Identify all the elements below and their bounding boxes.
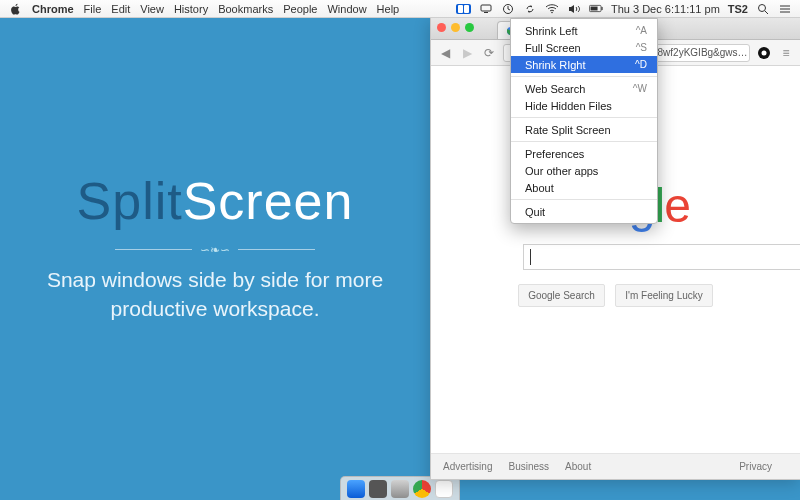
menu-preferences[interactable]: Preferences	[511, 145, 657, 162]
notification-center-icon[interactable]	[778, 2, 792, 16]
menu-view[interactable]: View	[140, 3, 164, 15]
menubar-user[interactable]: TS2	[728, 3, 748, 15]
promo-tagline: Snap windows side by side for more produ…	[45, 265, 385, 324]
minimize-button[interactable]	[451, 23, 460, 32]
footer-privacy[interactable]: Privacy	[739, 461, 772, 472]
menu-window[interactable]: Window	[327, 3, 366, 15]
battery-icon[interactable]	[589, 2, 603, 16]
forward-button[interactable]: ▶	[459, 45, 475, 61]
back-button[interactable]: ◀	[437, 45, 453, 61]
menu-file[interactable]: File	[84, 3, 102, 15]
menu-shrink-right[interactable]: Shrink RIght^D	[511, 56, 657, 73]
reload-button[interactable]: ⟳	[481, 45, 497, 61]
menu-help[interactable]: Help	[377, 3, 400, 15]
menu-about[interactable]: About	[511, 179, 657, 196]
promo-title-b: Screen	[183, 172, 354, 230]
svg-rect-1	[484, 12, 488, 13]
svg-rect-0	[481, 5, 491, 11]
menu-quit[interactable]: Quit	[511, 203, 657, 220]
macos-menubar: Chrome File Edit View History Bookmarks …	[0, 0, 800, 18]
dock-chrome-icon[interactable]	[413, 480, 431, 498]
spotlight-icon[interactable]	[756, 2, 770, 16]
menu-bookmarks[interactable]: Bookmarks	[218, 3, 273, 15]
dock-app-icon[interactable]	[391, 480, 409, 498]
svg-point-3	[551, 11, 553, 13]
footer-advertising[interactable]: Advertising	[443, 461, 492, 472]
footer-business[interactable]: Business	[508, 461, 549, 472]
svg-rect-6	[591, 7, 598, 11]
menu-other-apps[interactable]: Our other apps	[511, 162, 657, 179]
menu-edit[interactable]: Edit	[111, 3, 130, 15]
menu-shrink-left[interactable]: Shrink Left^A	[511, 22, 657, 39]
promo-divider: ∽❧∽	[115, 245, 315, 255]
splitscreen-menubar-icon[interactable]	[457, 2, 471, 16]
dock-settings-icon[interactable]	[369, 480, 387, 498]
google-footer: Advertising Business About Privacy	[431, 453, 800, 479]
sync-icon[interactable]	[523, 2, 537, 16]
menu-people[interactable]: People	[283, 3, 317, 15]
menu-history[interactable]: History	[174, 3, 208, 15]
menubar-app-name[interactable]: Chrome	[32, 3, 74, 15]
extension-icon[interactable]	[756, 45, 772, 61]
timemachine-icon[interactable]	[501, 2, 515, 16]
dock-finder-icon[interactable]	[347, 480, 365, 498]
apple-menu-icon[interactable]	[8, 2, 22, 16]
promo-panel: SplitScreen ∽❧∽ Snap windows side by sid…	[0, 18, 430, 476]
promo-title-a: Split	[77, 172, 183, 230]
feeling-lucky-button[interactable]: I'm Feeling Lucky	[615, 284, 713, 307]
menubar-clock[interactable]: Thu 3 Dec 6:11:11 pm	[611, 3, 720, 15]
splitscreen-menu: Shrink Left^A Full Screen^S Shrink RIght…	[510, 18, 658, 224]
display-icon[interactable]	[479, 2, 493, 16]
svg-point-14	[762, 50, 767, 55]
menu-web-search[interactable]: Web Search^W	[511, 80, 657, 97]
svg-line-8	[765, 11, 768, 14]
volume-icon[interactable]	[567, 2, 581, 16]
window-controls	[437, 23, 474, 32]
google-search-button[interactable]: Google Search	[518, 284, 605, 307]
promo-title: SplitScreen	[77, 171, 354, 231]
google-buttons: Google Search I'm Feeling Lucky	[431, 284, 800, 307]
close-button[interactable]	[437, 23, 446, 32]
zoom-button[interactable]	[465, 23, 474, 32]
menu-full-screen[interactable]: Full Screen^S	[511, 39, 657, 56]
menu-rate[interactable]: Rate Split Screen	[511, 121, 657, 138]
menu-hide-hidden-files[interactable]: Hide Hidden Files	[511, 97, 657, 114]
google-search-input[interactable]	[523, 244, 800, 270]
chrome-menu-icon[interactable]: ≡	[778, 45, 794, 61]
wifi-icon[interactable]	[545, 2, 559, 16]
svg-rect-5	[601, 7, 602, 10]
footer-about[interactable]: About	[565, 461, 591, 472]
svg-point-7	[759, 4, 766, 11]
dock-trash-icon[interactable]	[435, 480, 453, 498]
